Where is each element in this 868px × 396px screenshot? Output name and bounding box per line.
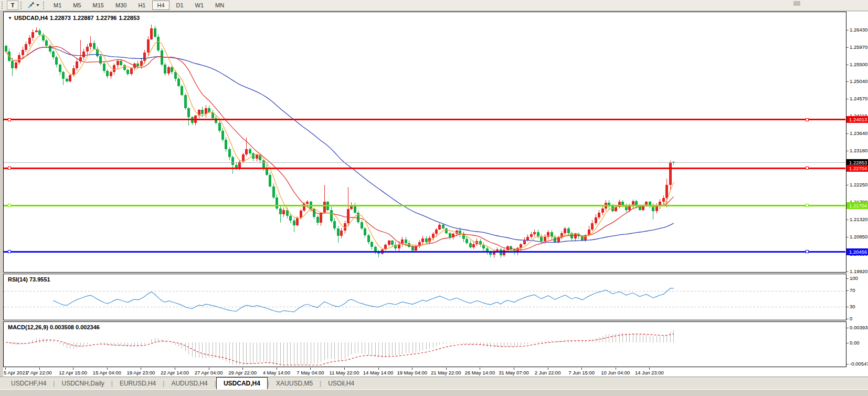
symbol-tab-bar: USDCHF,H4|USDCNH,Daily|EURUSD,H4|AUDUSD,…: [0, 377, 868, 389]
macd-panel[interactable]: MACD(12,26,9) 0.003508 0.002346: [3, 321, 846, 367]
hline-price-label: 1.24013: [846, 116, 868, 123]
rsi-chart: [4, 274, 845, 319]
text-tool-button[interactable]: T: [7, 1, 18, 10]
tab-xauusd-m5[interactable]: XAUUSD,M5: [269, 378, 320, 389]
candlestick-chart[interactable]: [4, 12, 845, 272]
price-axis-tick: 1.25040: [846, 78, 868, 85]
tab-usdchf-h4[interactable]: USDCHF,H4: [4, 378, 53, 389]
time-axis-label: 7 Jun 15:00: [564, 370, 599, 376]
tab-audusd-h4[interactable]: AUDUSD,H4: [164, 378, 214, 389]
hline-handle-right: [806, 118, 808, 121]
dropdown-arrow-icon[interactable]: [36, 4, 39, 6]
status-bar: [0, 389, 868, 396]
timeframe-button-w1[interactable]: W1: [190, 1, 209, 10]
price-axis-tick: 1.24570: [846, 96, 868, 102]
macd-axis-tick: 0.00: [846, 340, 868, 346]
price-axis-tick: 1.20850: [846, 234, 868, 240]
timeframe-buttons: M1M5M15M30H1H4D1W1MN: [48, 1, 230, 10]
price-axis-tick: 1.19920: [846, 268, 868, 275]
timeframe-button-mn[interactable]: MN: [210, 1, 229, 10]
time-axis-label: 12 Apr 15:00: [56, 370, 90, 376]
time-axis-label: 29 Apr 22:00: [225, 370, 260, 376]
top-toolbar: T M1M5M15M30H1H4D1W1MN: [0, 0, 868, 11]
time-axis-label: 19 Apr 23:00: [123, 370, 158, 376]
time-axis-label: 7 May 04:00: [293, 370, 327, 376]
time-axis-label: 4 May 14:00: [259, 370, 294, 376]
title-open: 1.22873: [50, 15, 71, 21]
timeframe-button-h4[interactable]: H4: [152, 1, 169, 10]
macd-axis-tick: -0.00547: [846, 361, 868, 367]
rsi-label: RSI(14) 73.9551: [8, 276, 50, 283]
rsi-axis-tick: 0: [846, 316, 868, 322]
rsi-panel[interactable]: RSI(14) 73.9551: [3, 274, 846, 320]
tab-usdcnh-daily[interactable]: USDCNH,Daily: [55, 378, 111, 389]
time-axis-label: 31 May 07:00: [496, 370, 531, 376]
tab-eurusd-h4[interactable]: EURUSD,H4: [113, 378, 163, 389]
hline-price-label: 1.22704: [846, 165, 868, 172]
timeframe-button-m30[interactable]: M30: [111, 1, 131, 10]
hline-handle-left: [8, 204, 10, 207]
timeframe-button-m1[interactable]: M1: [49, 1, 66, 10]
price-axis-tick: 1.23180: [846, 148, 868, 154]
title-symbol: USDCAD,H4: [14, 15, 48, 21]
price-axis[interactable]: 1.264301.259701.255001.250401.245701.241…: [846, 12, 868, 368]
hline-handle-left: [8, 118, 10, 121]
timeframe-button-h1[interactable]: H1: [133, 1, 150, 10]
price-axis-tick: 1.25970: [846, 44, 868, 50]
time-axis-label: 7 Apr 22:00: [22, 370, 57, 376]
toolbar-grip[interactable]: [2, 2, 4, 9]
chart-window: ▼ USDCAD,H4 1.22873 1.22887 1.22796 1.22…: [3, 12, 868, 377]
timeframe-button-d1[interactable]: D1: [172, 1, 188, 10]
hline-handle-left: [8, 167, 10, 170]
time-axis-label: 27 Apr 04:00: [192, 370, 226, 376]
time-axis-label: 21 May 22:00: [429, 370, 463, 376]
time-axis-label: 19 May 04:00: [395, 370, 429, 376]
hline-handle-right: [806, 167, 808, 170]
chart-title: ▼ USDCAD,H4 1.22873 1.22887 1.22796 1.22…: [8, 15, 142, 21]
macd-label: MACD(12,26,9) 0.003508 0.002346: [8, 324, 100, 330]
price-axis-tick: 1.23640: [846, 130, 868, 137]
price-axis-tick: 1.22250: [846, 182, 868, 188]
toolbar-grip[interactable]: [43, 2, 46, 9]
time-axis-label: 14 May 14:00: [361, 370, 396, 376]
toolbar-grip[interactable]: [20, 2, 23, 9]
toolbar-overflow-marker[interactable]: [793, 1, 800, 6]
macd-axis-tick: 0.003936: [846, 325, 868, 331]
hline-price-label: 1.21704: [846, 202, 868, 209]
rsi-axis-tick: 100: [846, 275, 868, 282]
time-axis-label: 2 Jun 22:00: [531, 370, 565, 376]
arrows-icon: [27, 2, 35, 9]
time-axis-label: 22 Apr 14:00: [157, 370, 192, 376]
tab-usdcad-h4[interactable]: USDCAD,H4: [216, 377, 268, 389]
price-axis-tick: 1.21320: [846, 216, 868, 223]
symbol-dropdown-icon[interactable]: ▼: [8, 16, 12, 20]
time-axis-label: 15 Apr 04:00: [90, 370, 124, 376]
hline-handle-right: [806, 251, 808, 253]
rsi-axis-tick: 30: [846, 304, 868, 310]
price-axis-tick: 1.26430: [846, 27, 868, 33]
time-axis-label: 26 May 14:00: [462, 370, 497, 376]
timeframe-button-m5[interactable]: M5: [68, 1, 86, 10]
title-low: 1.22796: [96, 15, 117, 21]
objects-tool-button[interactable]: [26, 1, 41, 10]
title-close: 1.22853: [119, 15, 140, 21]
timeframe-button-m15[interactable]: M15: [88, 1, 109, 10]
time-axis-label: 14 Jun 23:00: [632, 370, 666, 376]
title-high: 1.22887: [73, 15, 94, 21]
hline-handle-right: [806, 204, 808, 207]
time-axis-label: 10 Jun 04:00: [598, 370, 633, 376]
rsi-axis-tick: 70: [846, 287, 868, 294]
hline-price-label: 1.20456: [846, 248, 868, 255]
macd-chart: [4, 322, 845, 366]
hline-handle-left: [8, 251, 10, 253]
price-chart-panel[interactable]: ▼ USDCAD,H4 1.22873 1.22887 1.22796 1.22…: [3, 12, 846, 273]
price-axis-tick: 1.25500: [846, 61, 868, 68]
tab-usoil-h4[interactable]: USOil,H4: [321, 378, 361, 389]
time-axis[interactable]: 5 Apr 20217 Apr 22:0012 Apr 15:0015 Apr …: [3, 368, 868, 377]
time-axis-label: 11 May 22:00: [327, 370, 362, 376]
